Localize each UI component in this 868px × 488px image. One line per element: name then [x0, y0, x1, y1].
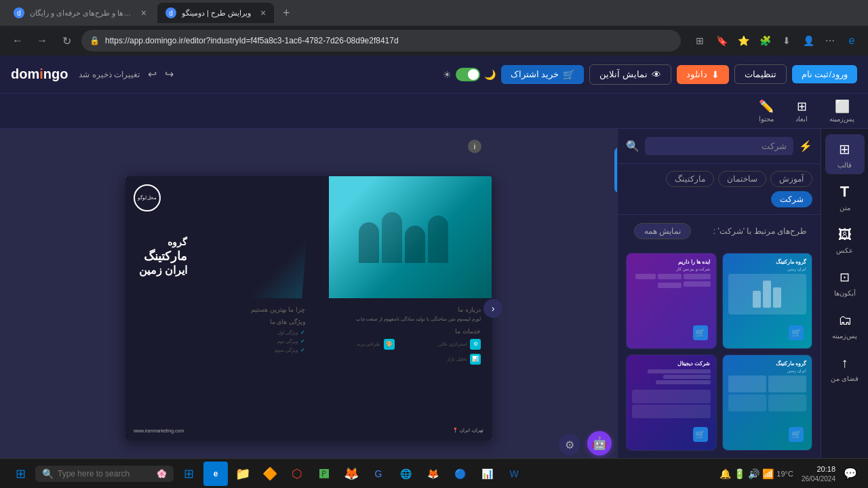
new-tab-button[interactable]: +	[277, 3, 296, 22]
tab-active[interactable]: d ویرایش طرح | دومینگو ×	[157, 3, 274, 23]
taskbar-app8[interactable]: 🔵	[448, 462, 472, 486]
tray-battery-icon[interactable]: 🔋	[734, 468, 745, 479]
tab-inactive[interactable]: d قالب‌ها و طرح‌های حرفه‌ای و رایگان ×	[5, 3, 155, 23]
tool-text[interactable]: T متن	[825, 177, 865, 217]
template-cart-4[interactable]: 🛒	[789, 427, 804, 442]
undo-button[interactable]: ↩	[145, 65, 159, 83]
address-bar[interactable]: 🔒 https://app.domingo.ir/editor?industry…	[81, 30, 681, 52]
why-title: چرا ما بهترین هستیم	[136, 306, 305, 313]
redo-button[interactable]: ↪	[162, 65, 176, 83]
poster-title-3: ایران زمین	[139, 264, 187, 278]
poster-bg-img	[315, 176, 492, 298]
subscribe-button[interactable]: 🛒 خرید اشتراک	[501, 65, 585, 84]
ai-icon: 🤖	[592, 436, 607, 451]
back-button[interactable]: ←	[8, 31, 27, 50]
tray-bell-icon[interactable]: 🔔	[719, 468, 731, 479]
filter-button[interactable]: ⚡	[799, 140, 812, 152]
search-button[interactable]: 🔍	[626, 140, 639, 152]
tool-template[interactable]: ⊞ قالب	[825, 134, 865, 174]
tool-icons[interactable]: ⊡ آیکون‌ها	[825, 262, 865, 302]
browser-icon-5[interactable]: ⬇	[778, 33, 795, 49]
poster-title-2: مارکتینگ	[139, 249, 187, 264]
upload-tool-icon: ↑	[835, 353, 854, 372]
tool-photo[interactable]: 🖼 عکس	[825, 220, 865, 260]
browser-icon-6[interactable]: 👤	[800, 33, 816, 49]
template-item-4[interactable]: گروه مارکتینگ ایران زمین 🛒	[722, 354, 813, 451]
taskbar-app1[interactable]: 🔶	[258, 462, 282, 486]
taskbar-file-icon[interactable]: 📁	[231, 462, 255, 486]
template-cart-1[interactable]: 🛒	[693, 325, 708, 340]
taskbar-app9[interactable]: 📊	[475, 462, 499, 486]
info-button[interactable]: i	[468, 140, 481, 153]
content-tool[interactable]: ✏️ محتوا	[753, 96, 779, 125]
poster-title-area: گروه مارکتینگ ایران زمین	[139, 235, 187, 278]
tag-building[interactable]: ساختمان	[718, 171, 766, 187]
dimensions-label: ابعاد	[795, 115, 808, 123]
background-tool[interactable]: ⬜ پس‌زمینه	[824, 96, 860, 125]
tray-volume-icon[interactable]: 🔊	[748, 468, 760, 479]
start-button[interactable]: ⊞	[8, 462, 33, 486]
services-grid: ⚙ استراتژی عالی 🎨 طراحی برند	[312, 339, 481, 365]
taskbar-search-input[interactable]	[58, 469, 153, 479]
tray-network-icon[interactable]: 📶	[762, 468, 774, 479]
taskbar-app5[interactable]: G	[366, 462, 391, 486]
taskbar-app3[interactable]: 🅿	[312, 462, 336, 486]
tag-marketing[interactable]: مارکتینگ	[666, 171, 714, 187]
theme-toggle[interactable]: 🌙 ☀	[443, 68, 496, 81]
settings-button[interactable]: تنظیمات	[734, 64, 787, 84]
footer-text-right: 📍 تهران، ایران	[452, 428, 484, 433]
tab-close-1[interactable]: ×	[141, 7, 146, 18]
browser-icon-4[interactable]: 🧩	[757, 33, 773, 49]
logo-text: dom	[11, 66, 39, 81]
service-text-2: طراحی برند	[357, 342, 381, 347]
why-section: چرا ما بهترین هستیم	[136, 306, 305, 313]
tool-background[interactable]: 🗂 پس‌زمینه	[825, 305, 865, 345]
tag-education[interactable]: آموزش	[770, 171, 812, 187]
content-label: محتوا	[759, 115, 774, 123]
template-search-input[interactable]	[645, 137, 793, 155]
t4-title: گروه مارکتینگ	[728, 361, 807, 367]
ai-assistant-button[interactable]: 🤖	[587, 431, 612, 455]
template-item-3[interactable]: شرکت دیجیتال 🛒	[626, 354, 717, 451]
refresh-button[interactable]: ↻	[57, 31, 76, 50]
preview-button[interactable]: 👁 نمایش آنلاین	[589, 64, 671, 85]
taskbar-app10[interactable]: W	[502, 462, 526, 486]
forward-button[interactable]: →	[33, 31, 52, 50]
panel-toggle-arrow[interactable]: ›	[484, 299, 502, 318]
tag-company[interactable]: شرکت	[771, 191, 812, 207]
people-placeholder	[359, 212, 448, 263]
settings-gear-button[interactable]: ⚙	[559, 434, 580, 455]
taskbar-app2[interactable]: ⬡	[285, 462, 309, 486]
browser-icon-2[interactable]: 🔖	[713, 33, 730, 49]
template-cart-2[interactable]: 🛒	[789, 325, 804, 340]
browser-icon-3[interactable]: ⭐	[735, 33, 751, 49]
taskbar-edge-icon[interactable]: e	[203, 462, 228, 486]
service-item-2: 🎨 طراحی برند	[312, 339, 395, 350]
taskbar-search[interactable]: 🔍 🌸	[35, 466, 174, 482]
edge-icon[interactable]: e	[844, 33, 860, 49]
dimensions-tool[interactable]: ⊞ ابعاد	[790, 96, 813, 125]
login-button[interactable]: ورود/ثبت نام	[792, 65, 857, 83]
services-section: خدمات ما ⚙ استراتژی عالی 🎨	[312, 328, 481, 365]
taskbar-app4[interactable]: 🦊	[339, 462, 363, 486]
poster-title-1: گروه	[139, 235, 187, 249]
template-cart-3[interactable]: 🛒	[693, 427, 708, 442]
taskbar-app6[interactable]: 🌐	[393, 462, 418, 486]
toggle-switch-control[interactable]	[456, 68, 480, 81]
download-button[interactable]: ⬇ دانلود	[677, 65, 729, 84]
taskbar-apps-icon[interactable]: ⊞	[176, 462, 201, 486]
show-all-button[interactable]: نمایش همه	[634, 223, 691, 239]
tool-upload[interactable]: ↑ فضای من	[825, 348, 865, 388]
save-status: تغییرات ذخیره شد	[79, 70, 140, 79]
taskbar-app7[interactable]: 🦊	[420, 462, 445, 486]
browser-more[interactable]: ⋯	[822, 33, 838, 49]
template-item-2[interactable]: گروه مارکتینگ ایران زمین 🛒	[722, 253, 813, 349]
browser-icon-1[interactable]: ⊞	[692, 33, 708, 49]
toolbar-left: domingo تغییرات ذخیره شد ↩ ↪	[11, 65, 176, 83]
right-panel: ⚡ 🔍 آموزش ساختمان مارکتینگ شرکت نمایش هم…	[617, 129, 821, 488]
add-to-cart-button[interactable]: افزودن طرح به سبد خرید 🛒	[614, 148, 617, 192]
t1-subtitle: شرکت و بیزنس کار	[632, 266, 711, 271]
notification-center[interactable]: 💬	[841, 464, 860, 483]
tab-close-2[interactable]: ×	[260, 7, 266, 18]
template-item-1[interactable]: ایده ها را داریم شرکت و بیزنس کار 🛒	[626, 253, 717, 349]
